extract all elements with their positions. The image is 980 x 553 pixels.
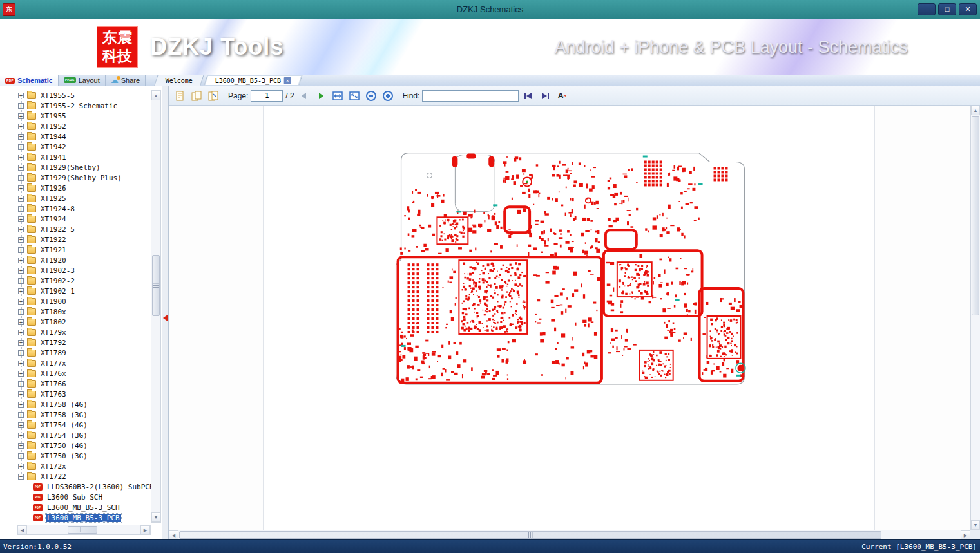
tab-schematic[interactable]: PDF Schematic xyxy=(0,75,59,86)
zoom-out-icon[interactable] xyxy=(364,89,378,103)
expand-icon[interactable]: + xyxy=(18,278,24,284)
expand-icon[interactable]: + xyxy=(18,124,24,129)
scrollbar-thumb[interactable] xyxy=(152,255,160,316)
tree-item-folder[interactable]: +XT1926 xyxy=(0,183,151,193)
viewer-vertical-scrollbar[interactable]: ▲ ▼ xyxy=(970,106,980,530)
expand-icon[interactable]: + xyxy=(18,185,24,191)
scroll-right-icon[interactable]: ▶ xyxy=(961,530,970,539)
minimize-button[interactable]: – xyxy=(918,3,936,15)
scroll-left-icon[interactable]: ◀ xyxy=(169,530,178,539)
expand-icon[interactable]: + xyxy=(18,196,24,202)
tree-item-document[interactable]: PDFLLDS360B3-2(L3600)_SubPCB xyxy=(0,482,151,492)
scroll-up-icon[interactable]: ▲ xyxy=(971,106,980,115)
close-button[interactable]: ✕ xyxy=(959,3,977,15)
match-case-icon[interactable]: Aa xyxy=(555,89,569,103)
fit-width-icon[interactable] xyxy=(331,89,345,103)
expand-icon[interactable]: + xyxy=(18,258,24,263)
expand-icon[interactable]: + xyxy=(18,299,24,305)
tree-item-folder[interactable]: +XT1944 xyxy=(0,131,151,142)
tree-item-folder[interactable]: +XT1758 (3G) xyxy=(0,409,151,420)
next-page-icon[interactable] xyxy=(314,89,328,103)
expand-icon[interactable]: + xyxy=(18,288,24,294)
expand-icon[interactable]: + xyxy=(18,268,24,274)
expand-icon[interactable]: + xyxy=(18,402,24,408)
tree-item-folder[interactable]: +XT1792 xyxy=(0,337,151,348)
tree-item-folder[interactable]: +XT1921 xyxy=(0,245,151,255)
tree-item-folder[interactable]: +XT1955 xyxy=(0,111,151,121)
single-page-view-icon[interactable] xyxy=(173,89,187,103)
sidebar-horizontal-scrollbar[interactable]: ◀ ▶ xyxy=(17,525,151,535)
tree-item-folder[interactable]: +XT1750 (4G) xyxy=(0,440,151,451)
scroll-right-icon[interactable]: ▶ xyxy=(140,525,150,534)
tree-item-folder[interactable]: +XT1952 xyxy=(0,121,151,131)
expand-icon[interactable]: + xyxy=(18,381,24,387)
expand-icon[interactable]: + xyxy=(18,206,24,212)
tree-item-folder[interactable]: +XT1924 xyxy=(0,214,151,224)
expand-icon[interactable]: + xyxy=(18,93,24,98)
tree-item-folder[interactable]: +XT1802 xyxy=(0,317,151,327)
tree-item-folder[interactable]: +XT1766 xyxy=(0,379,151,389)
scroll-up-icon[interactable]: ▲ xyxy=(151,91,160,100)
tree-item-document[interactable]: PDFL3600_MB_B5-3_SCH xyxy=(0,502,151,512)
tree-item-folder[interactable]: +XT1754 (3G) xyxy=(0,430,151,440)
expand-icon[interactable]: + xyxy=(18,309,24,315)
expand-icon[interactable]: + xyxy=(18,175,24,181)
tree-item-folder[interactable]: +XT1925 xyxy=(0,193,151,203)
tree-item-folder[interactable]: +XT1924-8 xyxy=(0,203,151,214)
scroll-left-icon[interactable]: ◀ xyxy=(17,525,27,534)
book-view-icon[interactable] xyxy=(206,89,220,103)
tree-item-folder[interactable]: +XT177x xyxy=(0,358,151,368)
scrollbar-thumb[interactable] xyxy=(972,116,979,315)
scroll-down-icon[interactable]: ▼ xyxy=(971,520,980,530)
expand-icon[interactable]: + xyxy=(18,443,24,449)
expand-icon[interactable]: + xyxy=(18,371,24,377)
find-previous-icon[interactable] xyxy=(521,89,535,103)
tree-item-folder[interactable]: +XT179x xyxy=(0,327,151,337)
expand-icon[interactable]: + xyxy=(18,412,24,418)
tab-welcome[interactable]: Welcome xyxy=(154,75,204,86)
expand-icon[interactable]: + xyxy=(18,216,24,222)
pcb-viewer[interactable]: ▲ ▼ ◀ ▶ xyxy=(169,106,980,539)
tree-item-folder[interactable]: +XT1942 xyxy=(0,142,151,152)
sidebar-collapse-arrow-icon[interactable] xyxy=(163,315,168,321)
expand-icon[interactable]: + xyxy=(18,361,24,366)
tree-item-folder[interactable]: +XT1902-1 xyxy=(0,286,151,296)
tree-item-folder[interactable]: +XT172x xyxy=(0,461,151,471)
expand-icon[interactable]: + xyxy=(18,103,24,109)
tree-item-folder[interactable]: +XT1900 xyxy=(0,296,151,306)
fit-page-icon[interactable] xyxy=(347,89,361,103)
tree-item-folder[interactable]: +XT180x xyxy=(0,306,151,317)
tab-document-pcb[interactable]: L3600_MB_B5-3_PCB ✕ xyxy=(204,75,303,86)
tree-item-folder[interactable]: +XT1941 xyxy=(0,152,151,162)
facing-pages-view-icon[interactable] xyxy=(189,89,204,103)
expand-icon[interactable]: + xyxy=(18,453,24,459)
expand-icon[interactable]: + xyxy=(18,237,24,243)
find-input[interactable] xyxy=(422,90,519,102)
scrollbar-thumb[interactable] xyxy=(68,526,97,534)
tree-item-folder[interactable]: +XT1902-3 xyxy=(0,265,151,276)
expand-icon[interactable]: + xyxy=(18,340,24,346)
tree-item-folder[interactable]: +XT1920 xyxy=(0,255,151,265)
tree-item-folder[interactable]: −XT1722 xyxy=(0,471,151,482)
tab-layout[interactable]: PADS Layout xyxy=(59,75,106,86)
page-number-input[interactable] xyxy=(251,90,283,102)
title-bar[interactable]: 东 DZKJ Schematics – □ ✕ xyxy=(0,0,980,19)
tab-share[interactable]: ☁ Share xyxy=(106,75,146,86)
tree-item-folder[interactable]: +XT1754 (4G) xyxy=(0,420,151,430)
tree-item-folder[interactable]: +XT1955-5 xyxy=(0,90,151,100)
expand-icon[interactable]: + xyxy=(18,422,24,428)
expand-icon[interactable]: + xyxy=(18,165,24,171)
tree-item-folder[interactable]: +XT1955-2 Schematic xyxy=(0,100,151,111)
expand-icon[interactable]: + xyxy=(18,144,24,150)
tree-item-folder[interactable]: +XT1902-2 xyxy=(0,276,151,286)
tree-item-folder[interactable]: +XT1763 xyxy=(0,389,151,399)
expand-icon[interactable]: + xyxy=(18,113,24,119)
tree-item-document[interactable]: PDFL3600_Sub_SCH xyxy=(0,492,151,502)
viewer-horizontal-scrollbar[interactable]: ◀ ▶ xyxy=(169,530,970,539)
expand-icon[interactable]: + xyxy=(18,155,24,160)
find-next-icon[interactable] xyxy=(538,89,552,103)
expand-icon[interactable]: + xyxy=(18,330,24,335)
maximize-button[interactable]: □ xyxy=(938,3,956,15)
sidebar-splitter[interactable] xyxy=(162,86,168,539)
tree-item-folder[interactable]: +XT1929(Shelby Plus) xyxy=(0,173,151,183)
